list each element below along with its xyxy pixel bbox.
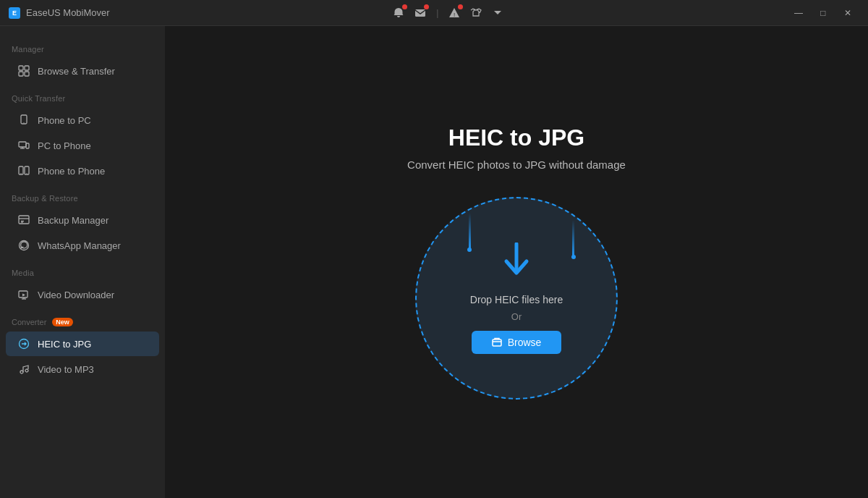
drop-arrow-icon — [499, 242, 534, 285]
sidebar-item-phone-to-phone[interactable]: Phone to Phone — [6, 159, 159, 183]
drop-zone[interactable]: Drop HEIC files here Or Browse — [415, 197, 618, 400]
sidebar-item-video-downloader[interactable]: Video Downloader — [6, 282, 159, 307]
titlebar-left: E EaseUS MobiMover — [9, 7, 110, 19]
pc-to-phone-icon — [17, 139, 30, 152]
svg-rect-3 — [25, 66, 29, 70]
svg-rect-0 — [415, 9, 425, 17]
drop-or-text: Or — [511, 311, 522, 322]
backup-manager-icon — [17, 214, 30, 227]
sidebar: Manager Browse & Transfer Quick Transfer… — [0, 26, 165, 498]
window-controls: — □ ✕ — [787, 3, 859, 23]
heic-to-jpg-icon — [17, 337, 30, 350]
phone-to-pc-label: Phone to PC — [38, 115, 148, 126]
converter-new-badge: New — [52, 318, 73, 326]
sidebar-item-heic-to-jpg[interactable]: HEIC to JPG — [6, 332, 159, 356]
svg-rect-4 — [19, 72, 23, 76]
sidebar-item-browse-transfer[interactable]: Browse & Transfer — [6, 59, 159, 83]
converter-section-header: Converter New — [0, 308, 165, 331]
drop-files-text: Drop HEIC files here — [470, 294, 563, 305]
notification-icon[interactable] — [391, 6, 406, 20]
main-layout: Manager Browse & Transfer Quick Transfer… — [0, 26, 868, 498]
sidebar-item-backup-manager[interactable]: Backup Manager — [6, 208, 159, 232]
heic-to-jpg-label: HEIC to JPG — [38, 339, 148, 350]
phone-to-pc-icon — [17, 114, 30, 127]
section-label-quick-transfer: Quick Transfer — [0, 84, 165, 107]
sidebar-item-video-to-mp3[interactable]: Video to MP3 — [6, 357, 159, 381]
app-title: EaseUS MobiMover — [26, 7, 110, 18]
svg-rect-5 — [25, 72, 29, 76]
maximize-button[interactable]: □ — [812, 3, 835, 23]
svg-rect-8 — [19, 142, 26, 147]
titlebar-icons: | ! — [391, 6, 505, 20]
shirt-icon[interactable] — [469, 6, 483, 20]
drop-line-right — [572, 220, 574, 256]
titlebar: E EaseUS MobiMover | ! — □ ✕ — [0, 0, 868, 26]
svg-text:!: ! — [454, 12, 455, 18]
section-label-media: Media — [0, 258, 165, 282]
alert-badge — [458, 4, 463, 9]
app-logo: E — [9, 7, 20, 19]
video-downloader-icon — [17, 288, 30, 301]
video-to-mp3-label: Video to MP3 — [38, 364, 148, 375]
drop-line-left — [469, 213, 471, 249]
main-content: HEIC to JPG Convert HEIC photos to JPG w… — [165, 26, 868, 498]
pc-to-phone-label: PC to Phone — [38, 140, 148, 151]
svg-point-24 — [25, 369, 28, 372]
backup-manager-label: Backup Manager — [38, 215, 148, 226]
browse-transfer-label: Browse & Transfer — [38, 66, 148, 77]
browse-button-label: Browse — [508, 337, 542, 348]
video-downloader-label: Video Downloader — [38, 290, 148, 300]
section-label-manager: Manager — [0, 35, 165, 58]
browse-transfer-icon — [17, 64, 30, 77]
sidebar-item-pc-to-phone[interactable]: PC to Phone — [6, 133, 159, 158]
whatsapp-manager-label: WhatsApp Manager — [38, 240, 148, 251]
notification-badge — [402, 4, 407, 9]
svg-rect-25 — [493, 339, 501, 346]
page-subtitle: Convert HEIC photos to JPG without damag… — [407, 159, 626, 171]
sidebar-item-whatsapp-manager[interactable]: WhatsApp Manager — [6, 233, 159, 258]
phone-to-phone-icon — [17, 164, 30, 177]
svg-rect-2 — [19, 66, 23, 70]
minimize-button[interactable]: — — [787, 3, 810, 23]
close-button[interactable]: ✕ — [836, 3, 859, 23]
sidebar-item-phone-to-pc[interactable]: Phone to PC — [6, 108, 159, 132]
converter-label: Converter — [12, 318, 46, 326]
mail-icon[interactable] — [413, 6, 427, 20]
video-to-mp3-icon — [17, 363, 30, 376]
phone-to-phone-label: Phone to Phone — [38, 166, 148, 177]
alert-icon[interactable]: ! — [447, 6, 461, 20]
mail-badge — [424, 4, 429, 9]
drop-dot-left — [467, 248, 472, 252]
separator: | — [435, 8, 440, 18]
drop-dot-right — [571, 255, 576, 259]
whatsapp-icon — [17, 239, 30, 252]
svg-rect-16 — [19, 216, 29, 224]
page-title: HEIC to JPG — [448, 124, 584, 151]
svg-rect-11 — [26, 143, 29, 148]
dropdown-icon[interactable] — [490, 6, 505, 20]
section-label-backup-restore: Backup & Restore — [0, 184, 165, 207]
browse-button[interactable]: Browse — [472, 331, 562, 354]
